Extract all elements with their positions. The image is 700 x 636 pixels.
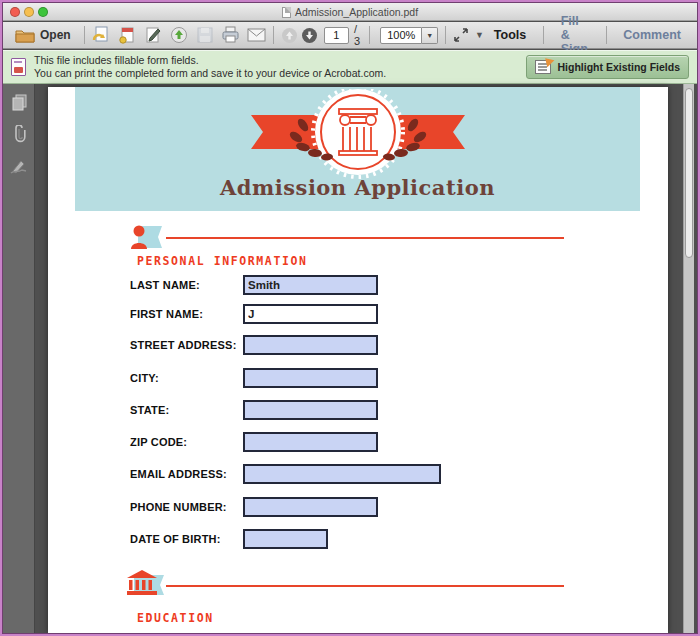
navigation-sidebar (3, 84, 35, 633)
street-address-input[interactable] (243, 335, 378, 355)
form-row: CITY: (48, 368, 668, 388)
open-folder-icon (15, 28, 35, 43)
email-address-label: EMAIL ADDRESS: (130, 464, 227, 484)
vertical-scrollbar[interactable] (683, 84, 694, 633)
separator (369, 26, 370, 44)
street-address-label: STREET ADDRESS: (130, 335, 237, 355)
document-area: Admission Application PERSONAL INFORMATI… (3, 84, 697, 633)
share-upload-icon[interactable] (169, 26, 188, 45)
section-divider (166, 585, 564, 587)
notification-text: This file includes fillable form fields.… (34, 54, 386, 80)
zip-code-input[interactable] (243, 432, 378, 452)
fit-screen-icon[interactable] (453, 26, 469, 45)
state-input[interactable] (243, 400, 378, 420)
window-title: Admission_Application.pdf (295, 6, 418, 18)
sign-doc-icon[interactable] (143, 26, 162, 45)
city-label: CITY: (130, 368, 159, 388)
phone-number-label: PHONE NUMBER: (130, 497, 227, 517)
screenshot-frame: Admission_Application.pdf Open (0, 0, 700, 636)
application-title: Admission Application (75, 175, 640, 200)
form-row: FIRST NAME: (48, 304, 668, 324)
form-row: STREET ADDRESS: (48, 335, 668, 355)
document-icon (282, 7, 291, 18)
email-icon[interactable] (247, 26, 266, 45)
save-as-icon[interactable] (91, 26, 110, 45)
zoom-dropdown-icon[interactable]: ▼ (422, 27, 438, 44)
save-icon (195, 26, 214, 45)
acrobat-window: Admission_Application.pdf Open (3, 3, 697, 633)
pdf-header-band: Admission Application (75, 87, 640, 211)
laurel-column-badge-icon (233, 89, 483, 179)
print-icon[interactable] (221, 26, 240, 45)
create-pdf-icon[interactable] (117, 26, 136, 45)
comment-pane-button[interactable]: Comment (613, 28, 691, 42)
toolbar: Open (3, 22, 697, 49)
person-icon (128, 223, 162, 251)
section-divider (166, 237, 564, 239)
email-address-input[interactable] (243, 464, 441, 484)
notification-line1: This file includes fillable form fields. (34, 54, 386, 67)
signatures-icon[interactable] (9, 156, 29, 176)
school-logo (233, 89, 483, 183)
form-row: STATE: (48, 400, 668, 420)
highlight-fields-icon (535, 60, 551, 74)
zoom-value[interactable]: 100% (380, 27, 422, 44)
notification-line2: You can print the completed form and sav… (34, 67, 386, 80)
separator (445, 26, 446, 44)
pdf-page: Admission Application PERSONAL INFORMATI… (48, 87, 668, 633)
tools-pane-button[interactable]: Tools (484, 28, 536, 42)
form-row: PHONE NUMBER: (48, 497, 668, 517)
education-heading: EDUCATION (137, 611, 214, 625)
separator (273, 26, 274, 44)
page-thumbnails-icon[interactable] (9, 92, 29, 112)
page-up-icon (281, 26, 298, 45)
first-name-label: FIRST NAME: (130, 304, 203, 324)
chevron-down-icon[interactable]: ▼ (475, 30, 484, 40)
form-fields-notification: This file includes fillable form fields.… (3, 50, 697, 84)
phone-number-input[interactable] (243, 497, 378, 517)
first-name-input[interactable] (243, 304, 378, 324)
state-label: STATE: (130, 400, 169, 420)
date-of-birth-label: DATE OF BIRTH: (130, 529, 221, 549)
open-label: Open (40, 28, 71, 42)
form-document-icon (11, 58, 26, 76)
separator (84, 26, 85, 44)
city-input[interactable] (243, 368, 378, 388)
personal-info-heading: PERSONAL INFORMATION (137, 254, 307, 268)
page-down-icon[interactable] (301, 26, 318, 45)
form-row: EMAIL ADDRESS: (48, 464, 668, 484)
last-name-input[interactable] (243, 275, 378, 295)
form-row: LAST NAME: (48, 275, 668, 295)
page-number-input[interactable] (324, 27, 349, 44)
open-button[interactable]: Open (9, 26, 77, 45)
date-of-birth-input[interactable] (243, 529, 328, 549)
form-row: DATE OF BIRTH: (48, 529, 668, 549)
action-icons (91, 26, 266, 45)
form-row: ZIP CODE: (48, 432, 668, 452)
zoom-control[interactable]: 100% ▼ (380, 27, 438, 44)
building-icon (126, 569, 164, 599)
highlight-existing-fields-button[interactable]: Highlight Existing Fields (526, 55, 689, 79)
highlight-fields-label: Highlight Existing Fields (557, 61, 680, 73)
scrollbar-thumb[interactable] (685, 88, 693, 258)
zip-code-label: ZIP CODE: (130, 432, 187, 452)
page-total: / 3 (354, 23, 362, 47)
last-name-label: LAST NAME: (130, 275, 200, 295)
attachments-icon[interactable] (9, 124, 29, 144)
